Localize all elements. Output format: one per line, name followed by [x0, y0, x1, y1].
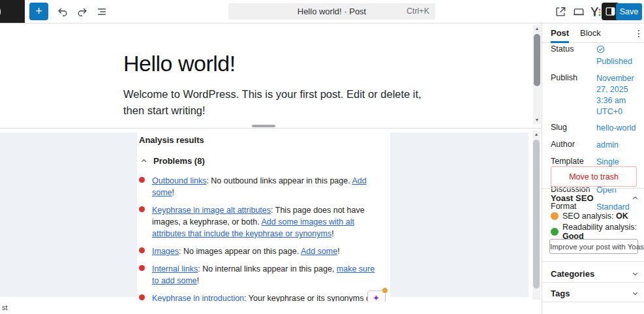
scroll-up-icon[interactable]: ▲: [533, 25, 541, 33]
summary-row-author: Authoradmin: [551, 140, 639, 151]
command-center-bar[interactable]: Hello world! · Post Ctrl+K: [228, 3, 435, 20]
scrollbar-thumb[interactable]: [533, 140, 540, 289]
block-inserter-button[interactable]: +: [29, 3, 48, 20]
summary-value-text: hello-world: [596, 123, 639, 134]
seo-score-orange-icon: [551, 212, 559, 220]
summary-row-value[interactable]: Published: [596, 44, 639, 67]
panel-label: Categories: [551, 269, 594, 279]
divider: [542, 302, 644, 302]
settings-sidebar: Post Block ⋮ StatusPublishedPublishNovem…: [542, 24, 644, 314]
chevron-down-icon: [632, 270, 639, 277]
yoast-analysis-results: Analysis results Problems (8) Outbound l…: [139, 134, 388, 302]
problem-bullet-icon: [139, 247, 145, 253]
analysis-problem-item: Keyphrase in introduction: Your keyphras…: [139, 292, 384, 302]
chevron-up-icon: [632, 195, 639, 202]
panel-categories[interactable]: Categories: [551, 266, 639, 281]
scroll-up-icon[interactable]: ▲: [532, 131, 540, 138]
sidebar-panel-icon: [604, 5, 617, 18]
divider: [542, 188, 644, 189]
wordpress-logo-button[interactable]: [0, 0, 25, 23]
panel-label: Tags: [551, 289, 570, 298]
summary-row-status: StatusPublished: [551, 44, 639, 67]
plus-icon: +: [35, 5, 42, 18]
analysis-link[interactable]: Outbound links: [152, 176, 206, 185]
analysis-link[interactable]: Add some: [301, 247, 337, 256]
sidebar-options-kebab-icon[interactable]: ⋮: [634, 28, 643, 39]
yoast-seo-icon[interactable]: [589, 5, 603, 18]
wordpress-editor-window: + Hello world! · Post Ctrl+K: [0, 0, 644, 314]
analysis-text: : No images appear on this page.: [179, 247, 301, 256]
readability-score-green-icon: [551, 228, 559, 236]
analysis-text: : No outbound links appear in this page.: [206, 176, 352, 185]
save-button[interactable]: Save: [616, 3, 642, 20]
sparkle-icon: ✦: [373, 293, 380, 302]
problem-bullet-icon: [139, 294, 145, 300]
redo-icon[interactable]: [76, 5, 89, 18]
move-to-trash-button[interactable]: Move to trash: [551, 166, 637, 187]
seo-analysis-row: SEO analysis: OK: [551, 212, 640, 221]
analysis-text: !: [337, 247, 339, 256]
summary-value-text: admin: [596, 140, 639, 151]
check-circle-icon: [596, 45, 605, 54]
readability-analysis-row: Readability analysis: Good: [551, 223, 640, 241]
scroll-down-icon[interactable]: ▼: [533, 116, 541, 124]
analysis-text: !: [197, 276, 199, 285]
analysis-link[interactable]: Images: [152, 247, 179, 256]
seo-analysis-label: SEO analysis:: [562, 212, 614, 221]
chevron-up-icon: [140, 157, 147, 165]
improve-post-button[interactable]: Improve your post with Yoast SEO: [549, 239, 638, 254]
summary-row-label: Status: [551, 44, 596, 67]
analysis-problem-item: Keyphrase in image alt attributes: This …: [139, 204, 384, 240]
editor-topbar: + Hello world! · Post Ctrl+K: [0, 0, 644, 24]
editor-scrollbar[interactable]: ▲ ▼: [533, 25, 541, 124]
undo-icon[interactable]: [56, 5, 69, 18]
summary-row-label: Slug: [551, 123, 596, 134]
chevron-down-icon: [632, 290, 639, 297]
summary-value-text: November 27, 2025 3:36 am UTC+0: [596, 73, 639, 118]
preview-desktop-icon[interactable]: [572, 5, 585, 18]
summary-row-value[interactable]: admin: [596, 140, 639, 151]
summary-row-slug: Slughello-world: [551, 123, 639, 134]
metabox-resize-handle[interactable]: [252, 125, 275, 127]
post-title[interactable]: Hello world!: [123, 51, 236, 76]
post-paragraph[interactable]: Welcome to WordPress. This is your first…: [123, 86, 438, 119]
analysis-link[interactable]: Internal links: [152, 264, 198, 274]
post-summary-rows: StatusPublishedPublishNovember 27, 2025 …: [551, 44, 639, 219]
metabox-right-panel: [390, 133, 529, 297]
scrollbar-thumb[interactable]: [534, 34, 540, 86]
summary-row-publish: PublishNovember 27, 2025 3:36 am UTC+0: [551, 73, 639, 118]
command-shortcut: Ctrl+K: [406, 7, 429, 16]
readability-analysis-label: Readability analysis:: [562, 223, 637, 232]
metabox-left-panel: [0, 133, 137, 297]
analysis-problem-item: Internal links: No internal links appear…: [139, 263, 384, 287]
analysis-results-title: Analysis results: [139, 135, 388, 145]
problem-bullet-icon: [139, 265, 145, 271]
view-post-external-link-icon[interactable]: [554, 5, 567, 18]
summary-row-value[interactable]: November 27, 2025 3:36 am UTC+0: [596, 73, 639, 118]
seo-analysis-value: OK: [616, 212, 628, 221]
tab-block[interactable]: Block: [580, 24, 601, 43]
analysis-text: : No internal links appear in this page,: [198, 264, 337, 274]
analysis-problem-item: Outbound links: No outbound links appear…: [139, 175, 384, 198]
sidebar-tabs: Post Block ⋮: [542, 24, 644, 43]
analysis-problem-item: Images: No images appear on this page. A…: [139, 245, 384, 257]
problem-bullet-icon: [139, 177, 145, 183]
document-overview-icon[interactable]: [95, 5, 108, 18]
summary-row-label: Publish: [551, 73, 596, 118]
yoast-seo-panel-header[interactable]: Yoast SEO: [551, 193, 639, 203]
analysis-link[interactable]: Keyphrase in image alt attributes: [152, 206, 271, 215]
summary-row-value[interactable]: hello-world: [596, 123, 639, 134]
yoast-ai-optimize-button[interactable]: ✦: [367, 290, 386, 302]
browser-status-text: st: [2, 304, 8, 311]
metabox-scrollbar[interactable]: ▲: [532, 131, 540, 300]
divider: [542, 282, 644, 283]
tab-post[interactable]: Post: [551, 24, 569, 43]
analysis-text: !: [331, 229, 333, 238]
divider: [542, 261, 644, 262]
panel-tags[interactable]: Tags: [551, 286, 639, 300]
document-title: Hello world! · Post: [228, 7, 435, 16]
analysis-text: !: [172, 188, 174, 197]
analysis-link[interactable]: Keyphrase in introduction: [152, 294, 244, 302]
problems-collapse-header[interactable]: Problems (8): [140, 156, 387, 166]
problem-bullet-icon: [139, 206, 145, 212]
